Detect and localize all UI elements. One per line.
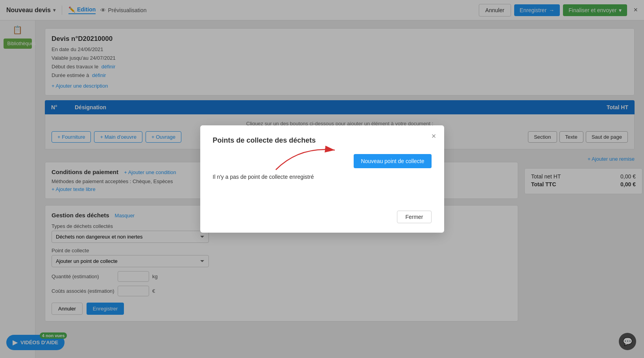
arrow-graphic <box>260 142 347 174</box>
modal-dialog: × Points de collecte des déchets Il n'y … <box>200 125 444 233</box>
modal-overlay[interactable]: × Points de collecte des déchets Il n'y … <box>0 0 644 358</box>
fermer-button[interactable]: Fermer <box>397 211 431 223</box>
modal-empty-message: Il n'y a pas de point de collecte enregi… <box>213 174 314 180</box>
modal-close-button[interactable]: × <box>432 132 436 141</box>
modal-content-area: Il n'y a pas de point de collecte enregi… <box>213 154 354 180</box>
modal-footer: Fermer <box>213 211 432 223</box>
nouveau-point-button[interactable]: Nouveau point de collecte <box>354 154 431 168</box>
modal-empty-text: Il n'y a pas de point de collecte enregi… <box>213 174 354 180</box>
modal-body: Il n'y a pas de point de collecte enregi… <box>213 154 432 201</box>
